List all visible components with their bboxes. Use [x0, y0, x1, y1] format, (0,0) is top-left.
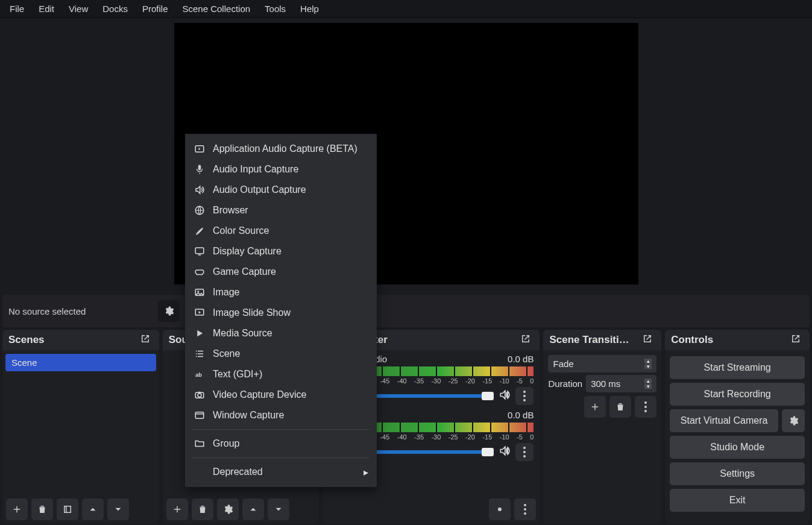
cm-application-audio-capture[interactable]: Application Audio Capture (BETA): [185, 139, 377, 159]
plus-icon: [589, 401, 601, 413]
controls-title: Controls: [671, 334, 713, 346]
cm-browser[interactable]: Browser: [185, 200, 377, 221]
blank-icon: [194, 466, 206, 478]
remove-transition-button[interactable]: [609, 396, 631, 418]
cm-text-gdi[interactable]: abText (GDI+): [185, 364, 377, 385]
cm-image[interactable]: Image: [185, 282, 377, 303]
mixer-options-button[interactable]: [515, 443, 533, 461]
speaker-icon: [194, 184, 206, 196]
popout-icon[interactable]: [642, 333, 655, 347]
add-source-button[interactable]: [166, 498, 188, 520]
play-icon: [194, 327, 206, 339]
globe-icon: [194, 204, 206, 216]
dots-vertical-icon: [523, 447, 526, 457]
cm-deprecated[interactable]: Deprecated▸: [185, 462, 377, 482]
transition-select[interactable]: Fade ▴▾: [548, 355, 656, 373]
popout-icon[interactable]: [140, 333, 153, 347]
folder-icon: [194, 438, 206, 450]
scene-filters-button[interactable]: [57, 498, 78, 520]
add-transition-button[interactable]: [584, 396, 606, 418]
start-streaming-button[interactable]: Start Streaming: [670, 356, 805, 379]
sources-footer: [163, 495, 319, 524]
remove-source-button[interactable]: [192, 498, 213, 520]
move-source-up-button[interactable]: [242, 498, 264, 520]
speaker-icon[interactable]: [499, 445, 511, 459]
cm-media-source[interactable]: Media Source: [185, 323, 377, 344]
exit-button[interactable]: Exit: [670, 489, 805, 512]
list-icon: [194, 348, 206, 360]
transition-duration-value: 300 ms: [591, 379, 620, 389]
mixer-channel-db: 0.0 dB: [508, 410, 533, 420]
cm-color-source[interactable]: Color Source: [185, 221, 377, 241]
text-icon: ab: [194, 368, 206, 380]
menu-tools[interactable]: Tools: [257, 1, 293, 16]
preview-area: [0, 18, 812, 292]
mixer-menu-button[interactable]: [514, 498, 536, 520]
scenes-list[interactable]: Scene: [2, 350, 159, 495]
transitions-dock: Scene Transiti… Fade ▴▾ Duration 300 ms …: [543, 330, 661, 524]
menu-file[interactable]: File: [2, 1, 31, 16]
transitions-body: Fade ▴▾ Duration 300 ms ▴▾: [543, 350, 661, 524]
filter-icon: [61, 503, 74, 515]
mixer-options-button[interactable]: [515, 387, 533, 405]
svg-rect-4: [195, 248, 204, 254]
cm-display-capture[interactable]: Display Capture: [185, 241, 377, 262]
cm-audio-output-capture[interactable]: Audio Output Capture: [185, 180, 377, 200]
transition-properties-button[interactable]: [635, 396, 656, 418]
image-icon: [194, 286, 206, 298]
source-toolbar: No source selected: [2, 295, 810, 327]
move-scene-up-button[interactable]: [82, 498, 104, 520]
move-source-down-button[interactable]: [268, 498, 289, 520]
virtual-camera-settings-button[interactable]: [782, 409, 805, 432]
microphone-icon: [194, 163, 206, 175]
menu-view[interactable]: View: [61, 1, 95, 16]
menu-help[interactable]: Help: [293, 1, 326, 16]
menu-edit[interactable]: Edit: [31, 1, 61, 16]
svg-rect-11: [195, 412, 204, 419]
speaker-icon[interactable]: [499, 389, 511, 403]
cm-group[interactable]: Group: [185, 433, 377, 454]
docks-row: Scenes Scene Sources Au: [0, 330, 812, 525]
slideshow-icon: [194, 307, 206, 319]
cm-video-capture-device[interactable]: Video Capture Device: [185, 385, 377, 405]
settings-button[interactable]: Settings: [670, 462, 805, 485]
menu-docks[interactable]: Docks: [95, 1, 135, 16]
cm-separator: [192, 457, 370, 458]
add-scene-button[interactable]: [6, 498, 28, 520]
remove-scene-button[interactable]: [31, 498, 53, 520]
menu-scene-collection[interactable]: Scene Collection: [175, 1, 258, 16]
plus-icon: [171, 503, 183, 515]
trash-icon: [36, 503, 48, 515]
transition-duration-label: Duration: [548, 379, 582, 389]
popout-icon[interactable]: [790, 333, 804, 347]
scenes-footer: [2, 495, 159, 524]
chevron-up-icon: [87, 503, 99, 515]
trash-icon: [197, 503, 209, 515]
scenes-dock: Scenes Scene: [2, 330, 159, 524]
transition-duration-input[interactable]: 300 ms ▴▾: [586, 375, 656, 392]
scene-item[interactable]: Scene: [5, 354, 156, 371]
popout-icon[interactable]: [520, 333, 533, 347]
source-properties-button[interactable]: [158, 300, 180, 322]
cm-image-slide-show[interactable]: Image Slide Show: [185, 303, 377, 323]
menubar: File Edit View Docks Profile Scene Colle…: [0, 0, 812, 18]
gamepad-icon: [194, 266, 206, 278]
camera-icon: [194, 389, 206, 401]
svg-text:ab: ab: [195, 372, 202, 378]
move-scene-down-button[interactable]: [107, 498, 129, 520]
svg-point-10: [198, 394, 201, 397]
dots-vertical-icon: [523, 391, 526, 401]
cm-window-capture[interactable]: Window Capture: [185, 405, 377, 426]
studio-mode-button[interactable]: Studio Mode: [670, 436, 805, 459]
menu-profile[interactable]: Profile: [135, 1, 175, 16]
mixer-settings-button[interactable]: [489, 498, 511, 520]
chevron-down-icon: [112, 503, 124, 515]
cm-game-capture[interactable]: Game Capture: [185, 262, 377, 282]
cm-scene[interactable]: Scene: [185, 344, 377, 364]
cm-audio-input-capture[interactable]: Audio Input Capture: [185, 159, 377, 180]
source-properties-button[interactable]: [217, 498, 239, 520]
start-virtual-camera-button[interactable]: Start Virtual Camera: [670, 409, 778, 432]
start-recording-button[interactable]: Start Recording: [670, 383, 805, 406]
controls-dock: Controls Start Streaming Start Recording…: [665, 330, 810, 524]
transition-selected-label: Fade: [553, 359, 573, 369]
